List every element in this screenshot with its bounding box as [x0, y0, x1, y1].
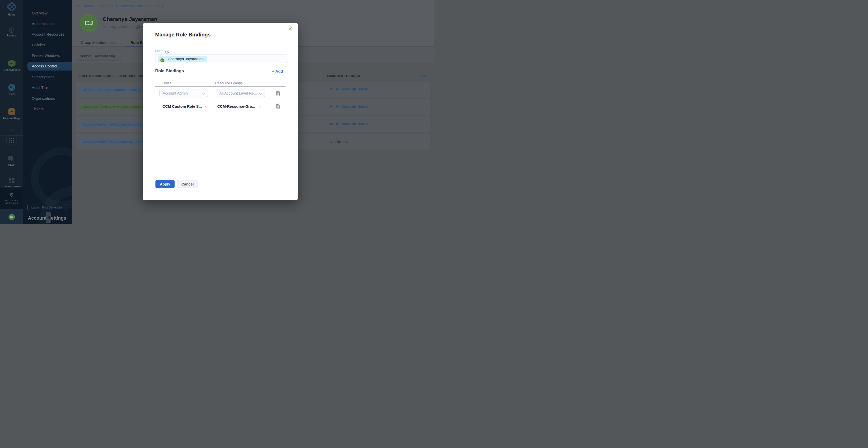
rail-divider	[0, 135, 23, 136]
avatar: CJ	[160, 58, 164, 63]
delete-binding-button[interactable]	[275, 90, 281, 96]
column-header-role-bindings: ROLE BINDINGS (ROLE - RESOURCE GROUP)	[80, 74, 150, 77]
assigned-through-link[interactable]: All Account Users	[329, 122, 368, 126]
chevron-down-icon	[203, 92, 205, 95]
sidebar-item-overview[interactable]: Overview	[32, 11, 47, 15]
chevron-down-icon	[205, 105, 208, 108]
launch-first-generation-button[interactable]: Launch First Generation	[27, 204, 67, 211]
tab-group-memberships[interactable]: Group Memberships	[81, 40, 116, 45]
rail-item-projects[interactable]: Projects	[0, 27, 23, 37]
breadcrumb-separator: >	[160, 4, 166, 8]
scope-label: Scope:	[80, 54, 92, 58]
assigned-through-label: All Account Users	[336, 122, 368, 126]
user-field-label: User i	[155, 49, 169, 54]
module-picker-button[interactable]	[6, 136, 17, 144]
dialog-title: Manage Role Bindings	[155, 32, 211, 38]
resource-group-select-disabled[interactable]: All Account Level Re...	[216, 89, 265, 97]
column-header-roles: Roles	[162, 81, 172, 85]
rail-item-label: Projects	[0, 34, 23, 37]
sidebar-item-audit-trail[interactable]: Audit Trail	[32, 85, 49, 90]
role-select[interactable]: CCM Custom Role S...	[162, 104, 207, 108]
sidebar-item-label: Access Control	[32, 64, 57, 68]
group-icon	[329, 88, 333, 91]
avatar: CJ	[80, 14, 98, 32]
user-chip: CJ Charanya Jayaraman	[158, 56, 207, 62]
add-label: Add	[275, 69, 283, 73]
settings-sidebar: Overview Authentication Account Resource…	[23, 0, 72, 224]
sidebar-item-tickets[interactable]: Tickets	[32, 107, 43, 111]
sidebar-item-authentication[interactable]: Authentication	[32, 22, 56, 26]
role-bindings-section-title: Role Bindings	[155, 68, 184, 73]
rail-item-deployments[interactable]: ∞ Deployments	[0, 60, 23, 71]
breadcrumb-link-account-settings[interactable]: Account Settings	[84, 4, 113, 8]
cancel-button[interactable]: Cancel	[177, 180, 198, 188]
rail-item-help[interactable]: ? HELP	[0, 156, 23, 166]
rail-item-account-settings[interactable]: ⚙ ACCOUNT SETTINGS	[0, 188, 23, 209]
user-label-text: User	[155, 49, 163, 53]
sidebar-collapse-button[interactable]	[46, 212, 51, 223]
grid-icon	[9, 138, 10, 139]
sidebar-item-organizations[interactable]: Organizations	[32, 96, 55, 101]
flag-icon: ⚑	[8, 108, 15, 115]
chevron-down-icon	[259, 92, 262, 95]
deployments-hexagon-icon: ∞	[8, 60, 16, 67]
rail-item-label: ACCOUNT	[0, 199, 23, 202]
sidebar-item-account-resources[interactable]: Account Resources	[32, 32, 64, 36]
sidebar-item-access-control[interactable]: Access Control	[27, 62, 72, 71]
rail-more-modules[interactable]	[0, 129, 23, 132]
rail-item-label: Home	[0, 13, 23, 16]
gear-icon: ⚙	[77, 3, 83, 8]
page-title-user-name: Charanya Jayaraman	[103, 16, 157, 22]
assigned-through-link[interactable]: All Account Users	[329, 87, 368, 91]
rail-item-label: SETTINGS	[0, 202, 23, 205]
group-icon	[329, 105, 333, 108]
assigned-through-directly: ↳ Directly	[329, 139, 348, 144]
resource-group-select[interactable]: CCM-Resource-Gro...	[217, 104, 261, 108]
user-input[interactable]: CJ Charanya Jayaraman	[155, 55, 288, 63]
rail-divider	[8, 50, 16, 51]
role-select-disabled[interactable]: Account Admin	[159, 89, 208, 97]
apply-button[interactable]: Apply	[155, 180, 175, 188]
chat-question-icon: ?	[8, 156, 15, 162]
chevron-down-icon	[9, 129, 14, 132]
chevron-left-icon	[47, 216, 50, 219]
resource-group-select-value: All Account Level Re...	[219, 91, 257, 95]
divider	[155, 101, 285, 101]
rail-item-label: Builds	[0, 93, 23, 96]
chevron-down-icon	[120, 55, 122, 57]
add-role-button[interactable]: + Role	[413, 73, 431, 79]
app-window: Home Projects ∞ Deployments Builds ⚑ Fea…	[0, 0, 434, 224]
role-select-value: Account Admin	[163, 91, 188, 95]
gear-icon: ⚙	[9, 192, 14, 198]
rail-item-feature-flags[interactable]: ⚑ Feature Flags	[0, 108, 23, 120]
breadcrumb-link-access-control-users[interactable]: Access Control: Users	[120, 4, 159, 8]
divider	[155, 86, 285, 87]
add-binding-button[interactable]: +Add	[272, 69, 283, 74]
scope-value: Account only	[95, 54, 116, 58]
builds-icon	[8, 84, 15, 91]
column-header-assigned-through: ASSIGNED THROUGH	[327, 74, 360, 77]
manage-role-bindings-dialog: × Manage Role Bindings User i CJ Charany…	[143, 23, 298, 200]
rail-item-dashboards[interactable]: DASHBOARDS	[0, 178, 23, 188]
rail-item-builds[interactable]: Builds	[0, 84, 23, 96]
user-avatar[interactable]: CJ	[8, 214, 15, 220]
dashboards-icon	[9, 178, 14, 183]
rail-item-label: Deployments	[0, 68, 23, 71]
sidebar-item-policies[interactable]: Policies	[32, 43, 45, 47]
close-icon[interactable]: ×	[288, 26, 292, 33]
sidebar-item-subscriptions[interactable]: Subscriptions	[32, 75, 54, 79]
info-icon[interactable]: i	[165, 50, 169, 54]
delete-binding-button[interactable]	[275, 103, 281, 109]
rail-item-label: HELP	[0, 163, 23, 166]
resource-group-select-value: CCM-Resource-Gro...	[217, 104, 255, 108]
rail-item-label: DASHBOARDS	[0, 185, 23, 188]
assigned-through-label: All Account Users	[336, 87, 368, 91]
rail-item-home[interactable]: Home	[0, 3, 23, 16]
sidebar-item-freeze-windows[interactable]: Freeze Windows	[32, 54, 60, 58]
breadcrumb: ⚙ Account Settings > Access Control: Use…	[77, 3, 166, 8]
column-header-resource-groups: Resource Groups	[215, 81, 243, 85]
plus-icon: +	[272, 69, 274, 74]
assigned-through-link[interactable]: All Account Users	[329, 104, 368, 108]
assigned-through-label: All Account Users	[336, 104, 368, 108]
scope-dropdown[interactable]: Scope: Account only	[76, 52, 123, 61]
